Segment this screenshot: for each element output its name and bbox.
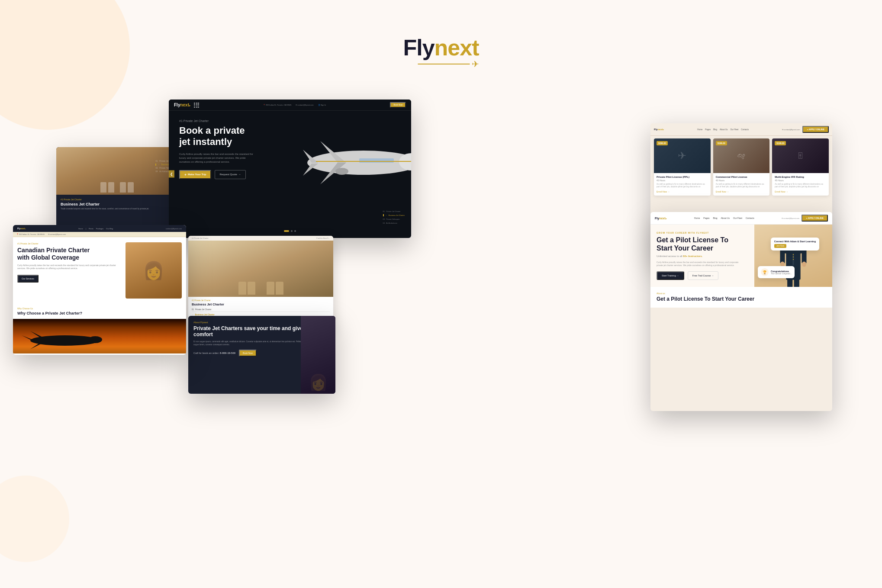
pilot-email: ✉ contact@flynext.com	[782, 217, 799, 219]
nav-signin[interactable]: 👤 Sign In	[318, 104, 326, 106]
pilot-bottom-section: About us Get a Pilot License To Start Yo…	[650, 287, 832, 307]
bl-nav-packages[interactable]: Packages	[96, 228, 104, 230]
pilot-nav-links: Home Pages Blog About Us Our Fleet Conta…	[694, 217, 754, 219]
make-trip-button[interactable]: ✈ Make Your Trip	[179, 170, 211, 179]
card2-body: Commercial Pilot License 45 Hours As wel…	[713, 173, 770, 196]
training-nav-about[interactable]: About Us	[720, 129, 728, 131]
int-badge: #1 Private Jet Charter	[192, 237, 209, 239]
hero-buttons: ✈ Make Your Trip Request Quote →	[179, 170, 254, 179]
apply-online-button[interactable]: + APPLY ONLINE	[802, 126, 829, 133]
pilot-nav-pages[interactable]: Pages	[703, 217, 709, 219]
training-cards-list: $399.00 ✈ Private Pilot License (PPL) 45…	[650, 136, 832, 198]
left-dark-mockup: #1 Private Jet Charter Business Jet Char…	[56, 147, 177, 234]
card3-title: Multi-Engine IFR Rating	[775, 176, 826, 178]
card3-body: Multi-Engine IFR Rating 45 Hours As well…	[772, 173, 829, 196]
hero-title: Book a private jet instantly	[179, 125, 254, 148]
pilot-about-label: About us	[657, 292, 826, 295]
bl-email: contact@flynext.com	[166, 228, 182, 230]
why-label: Why Choose Us	[17, 307, 182, 310]
grid-icon[interactable]	[194, 103, 199, 108]
svg-point-12	[88, 336, 102, 343]
bl-badge: #1 Private Jet Charter	[17, 242, 121, 245]
training-nav-pages[interactable]: Pages	[705, 129, 711, 131]
card2-title: Commercial Pilot License	[716, 176, 767, 178]
left-dark-card-info: #1 Private Jet Charter Business Jet Char…	[56, 195, 177, 214]
card3-link[interactable]: Enroll Now →	[775, 190, 826, 193]
jet-image	[281, 115, 411, 210]
training-nav-blog[interactable]: Blog	[713, 129, 717, 131]
training-nav-fleet[interactable]: Our Fleet	[730, 129, 738, 131]
dark-hero-mockup: Flynext▸ 📍 962 Indian Dr, Toronto, CA 93…	[169, 100, 411, 238]
pilot-nav-contacts[interactable]: Contacts	[746, 217, 754, 219]
connect-card: Connect With Adam & Start Learning Join …	[771, 238, 819, 251]
request-quote-button[interactable]: Request Quote →	[215, 170, 245, 179]
prev-arrow[interactable]: ❮	[169, 170, 174, 178]
interior-seats-image	[188, 241, 333, 297]
card2-link[interactable]: Enroll Now →	[716, 190, 767, 193]
svg-marker-5	[303, 150, 318, 163]
bl-nav-blog[interactable]: Our Blog	[106, 228, 113, 230]
pilot-apply-button[interactable]: + APPLY ONLINE	[802, 215, 828, 222]
card2-hours: 45 Hours	[716, 179, 767, 182]
nav-contact-info: 📍 962 Indian Dr, Toronto, CA 93645 ✉ con…	[263, 104, 326, 106]
hero-subtitle: #1 Private Jet Charter	[179, 119, 254, 122]
book-now-button[interactable]: Book Now	[390, 102, 406, 108]
about-book-button[interactable]: Book Now	[239, 350, 257, 357]
bl-hero-image: 👩	[126, 242, 182, 299]
logo-next: next	[435, 35, 479, 60]
pilot-nav-home[interactable]: Home	[694, 217, 700, 219]
bottom-left-mockup: Flynext▸ Home | Fleets Packages Our Blog…	[13, 225, 186, 355]
bl-info-bar: 📍 962 Italian Dr, Toronto, CA 93645 ✉ co…	[13, 232, 186, 237]
bg-decoration-bottom-left	[0, 476, 69, 562]
training-card-2: $199.00 🛩 Commercial Pilot License 45 Ho…	[713, 138, 770, 196]
congrats-title: Congratulations	[771, 270, 792, 273]
card2-desc: As well as getting to fly to many differ…	[716, 183, 767, 189]
int-card-title: Business Jet Charter	[192, 302, 330, 306]
pilot-desc: Curly Airline proudly raises the bar and…	[657, 261, 739, 267]
arrow-icon: →	[238, 173, 241, 176]
left-dark-title: Business Jet Charter	[61, 202, 173, 206]
congrats-subtitle: Your advisor congratul...	[771, 273, 792, 275]
connect-card-title: Connect With Adam & Start Learning	[774, 240, 816, 243]
training-nav-contacts[interactable]: Contacts	[741, 129, 749, 131]
training-nav-home[interactable]: Home	[697, 129, 702, 131]
pilot-nav-fleet[interactable]: Our Fleet	[733, 217, 742, 219]
start-training-button[interactable]: Start Training →	[657, 271, 684, 280]
connect-join-button[interactable]: Join Now	[774, 244, 787, 248]
int-svc-1: 01Private Jet Charter	[192, 308, 330, 312]
bl-services-button[interactable]: Our Services	[17, 275, 39, 283]
bl-address: 📍 962 Italian Dr, Toronto, CA 93645	[16, 233, 45, 235]
bottom-left-hero: #1 Private Jet Charter Canadian Private …	[13, 237, 186, 304]
card1-image: $399.00 ✈	[654, 138, 711, 173]
pilot-nav: Flynext▸ Home Pages Blog About Us Our Fl…	[650, 212, 832, 225]
card3-hours: 45 Hours	[775, 179, 826, 182]
bl-hero-desc: Curly Airline proudly takes the bar and …	[17, 264, 121, 270]
int-card-badge: #1 Private Jet Charter	[192, 299, 330, 302]
bl-hero-text: #1 Private Jet Charter Canadian Private …	[17, 242, 121, 299]
pilot-badge: GROW YOUR CAREER WITH FLYNEXT	[657, 231, 747, 234]
logo-arrow-icon: ✈	[472, 59, 479, 69]
bl-nav-home[interactable]: Home	[78, 228, 83, 230]
pilot-access: Unlimited access to all 60+ Instructors.	[657, 255, 747, 257]
sunset-airplane-area	[13, 319, 186, 353]
main-logo: Flynext ✈	[403, 35, 479, 69]
int-find: Find the Best S...	[316, 237, 330, 239]
bl-nav-fleets[interactable]: Fleets	[89, 228, 93, 230]
bl-nav-about[interactable]: |	[86, 228, 86, 230]
bg-decoration-top-left	[0, 0, 130, 130]
pilot-nav-blog[interactable]: Blog	[713, 217, 718, 219]
svg-rect-25	[780, 249, 785, 263]
congrats-icon: 🏆	[761, 268, 769, 276]
bl-hero-title: Canadian Private Charterwith Global Cove…	[17, 247, 121, 261]
card1-link[interactable]: Enroll Now →	[657, 190, 708, 193]
free-course-button[interactable]: Free Trail Course →	[688, 271, 719, 280]
card1-price: $399.00	[657, 141, 668, 145]
svg-point-7	[335, 168, 348, 175]
card1-title: Private Pilot License (PPL)	[657, 176, 708, 178]
why-title: Why Choose a Private Jet Charter?	[17, 311, 182, 315]
card2-image: $199.00 🛩	[713, 138, 770, 173]
pilot-bottom-title: Get a Pilot License To Start Your Career	[657, 296, 826, 302]
training-card-1: $399.00 ✈ Private Pilot License (PPL) 45…	[654, 138, 711, 196]
pilot-nav-about[interactable]: About Us	[721, 217, 730, 219]
congrats-card: 🏆 Congratulations Your advisor congratul…	[758, 266, 795, 278]
